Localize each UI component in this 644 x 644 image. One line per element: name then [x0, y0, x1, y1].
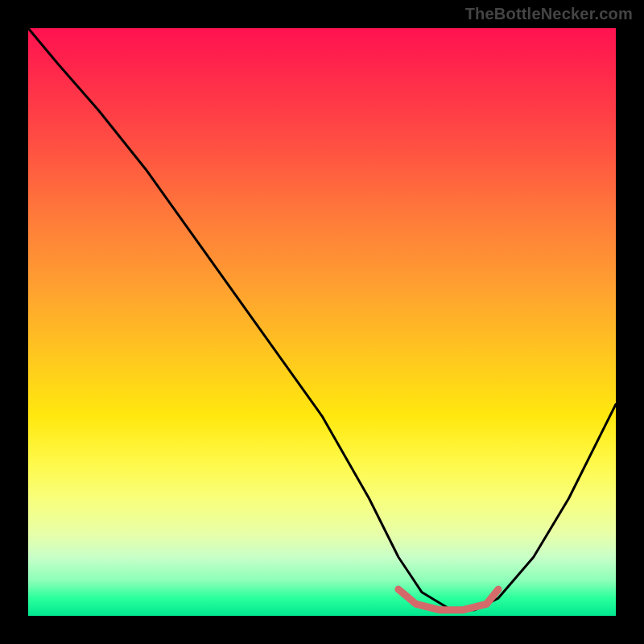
- curve-layer: [28, 28, 616, 616]
- watermark-text: TheBottleNecker.com: [465, 5, 633, 23]
- optimal-segment-path: [398, 589, 498, 610]
- plot-area: [28, 28, 616, 616]
- chart-stage: TheBottleNecker.com: [0, 0, 644, 644]
- bottleneck-curve-path: [28, 28, 616, 610]
